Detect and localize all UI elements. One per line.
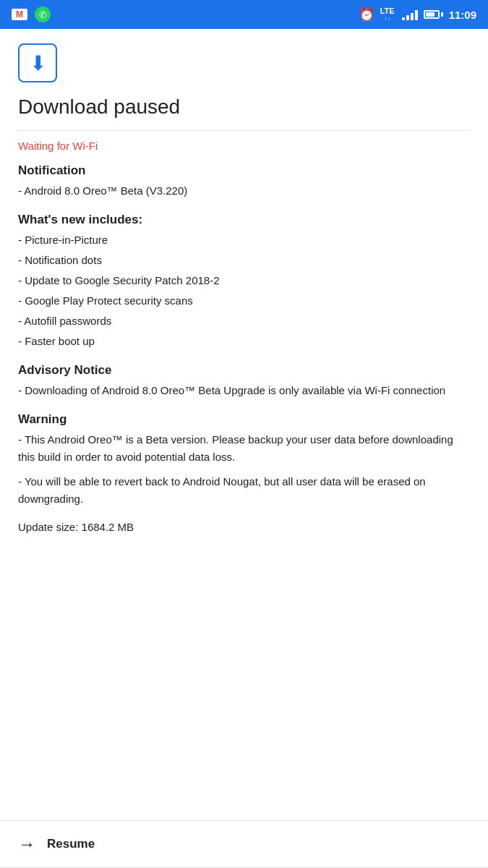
download-arrow-icon: ⬇ <box>30 51 46 75</box>
whats-new-section: What's new includes: - Picture-in-Pictur… <box>18 213 470 350</box>
resume-label: Resume <box>47 837 95 851</box>
whats-new-body: - Picture-in-Picture- Notification dots-… <box>18 231 470 350</box>
status-time: 11:09 <box>449 9 476 21</box>
notification-title: Notification <box>18 163 470 178</box>
notification-body: - Android 8.0 Oreo™ Beta (V3.220) <box>18 182 470 200</box>
resume-button[interactable]: → Resume <box>0 820 488 868</box>
list-item: - Notification dots <box>18 252 470 269</box>
status-bar: ⏰ LTE ↑↓ 11:09 <box>0 0 488 29</box>
advisory-notice-body: - Downloading of Android 8.0 Oreo™ Beta … <box>18 382 470 399</box>
update-size: Update size: 1684.2 MB <box>18 521 470 533</box>
status-bar-right: ⏰ LTE ↑↓ 11:09 <box>359 7 476 22</box>
resume-arrow-icon: → <box>18 834 35 854</box>
main-content: ⬇ Download paused Waiting for Wi-Fi Noti… <box>0 29 488 562</box>
page-title: Download paused <box>18 95 470 119</box>
divider-1 <box>18 130 470 131</box>
download-icon-wrapper: ⬇ <box>18 43 57 82</box>
whatsapp-icon <box>35 7 51 22</box>
list-item: - Update to Google Security Patch 2018-2 <box>18 272 470 289</box>
lte-indicator: LTE ↑↓ <box>380 7 395 22</box>
list-item: - Faster boot up <box>18 333 470 350</box>
signal-icon <box>402 9 418 20</box>
list-item: - Picture-in-Picture <box>18 231 470 249</box>
waiting-wifi-status: Waiting for Wi-Fi <box>18 140 470 152</box>
whats-new-title: What's new includes: <box>18 213 470 227</box>
advisory-notice-section: Advisory Notice - Downloading of Android… <box>18 363 470 399</box>
notification-section: Notification - Android 8.0 Oreo™ Beta (V… <box>18 163 470 200</box>
alarm-icon: ⏰ <box>359 7 374 22</box>
list-item: - Google Play Protect security scans <box>18 292 470 310</box>
warning-title: Warning <box>18 412 470 427</box>
list-item: - Autofill passwords <box>18 312 470 330</box>
status-bar-left <box>12 7 51 22</box>
battery-icon <box>424 10 443 19</box>
warning-section: Warning - This Android Oreo™ is a Beta v… <box>18 412 470 508</box>
advisory-notice-title: Advisory Notice <box>18 363 470 378</box>
gmail-icon <box>12 9 27 20</box>
lte-arrows: ↑↓ <box>384 15 390 22</box>
warning-body: - This Android Oreo™ is a Beta version. … <box>18 431 470 508</box>
